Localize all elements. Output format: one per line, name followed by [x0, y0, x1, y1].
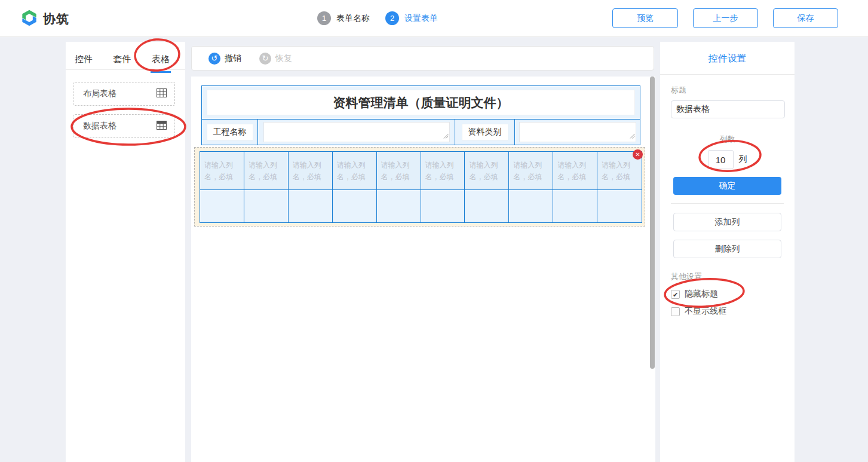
columns-count-label: 列数 — [660, 134, 795, 145]
resize-handle-icon — [443, 130, 449, 141]
table-cell — [421, 190, 465, 222]
app-header: 协筑 1 表单名称 2 设置表单 预览 上一步 保存 — [0, 0, 868, 37]
form-header-widget[interactable]: 资料管理清单（质量证明文件） 工程名称 — [201, 85, 640, 145]
data-table-icon — [157, 121, 167, 132]
data-table: 请输入列名，必填 请输入列名，必填 请输入列名，必填 请输入列名，必填 请输入列… — [200, 151, 642, 223]
logo-text: 协筑 — [43, 11, 69, 27]
field-cell-project-name-input — [257, 120, 455, 145]
column-name-input[interactable]: 请输入列名，必填 — [421, 152, 465, 190]
logo-icon — [20, 9, 38, 29]
library-item-layout-table[interactable]: 布局表格 — [73, 82, 175, 106]
tab-kits[interactable]: 套件 — [113, 54, 131, 73]
divider — [660, 74, 795, 75]
wizard-steps: 1 表单名称 2 设置表单 — [317, 11, 438, 25]
data-table-header-row: 请输入列名，必填 请输入列名，必填 请输入列名，必填 请输入列名，必填 请输入列… — [200, 152, 642, 190]
preview-button[interactable]: 预览 — [612, 8, 678, 28]
add-column-button[interactable]: 添加列 — [673, 213, 781, 231]
confirm-button[interactable]: 确定 — [673, 177, 781, 195]
doc-category-textarea[interactable] — [519, 122, 636, 142]
redo-label: 恢复 — [275, 53, 292, 64]
hide-title-label: 隐藏标题 — [685, 289, 718, 299]
undo-icon: ↺ — [208, 53, 220, 65]
step-1-number: 1 — [317, 11, 331, 25]
column-name-input[interactable]: 请输入列名，必填 — [465, 152, 509, 190]
project-name-textarea[interactable] — [263, 122, 450, 142]
settings-panel-title: 控件设置 — [660, 42, 795, 65]
canvas-toolbar: ↺ 撤销 ↻ 恢复 — [191, 46, 654, 71]
widget-library-panel: 控件 套件 表格 布局表格 数据表格 — [66, 42, 185, 462]
no-border-label: 不显示线框 — [685, 306, 726, 317]
field-cell-doc-category: 资料类别 — [455, 120, 514, 145]
column-name-input[interactable]: 请输入列名，必填 — [200, 152, 244, 190]
data-table-label: 数据表格 — [83, 121, 157, 131]
field-cell-project-name: 工程名称 — [202, 120, 257, 145]
field-cell-doc-category-input — [514, 120, 640, 145]
checkbox-checked-icon[interactable]: ✔ — [671, 290, 680, 299]
columns-unit-label: 列 — [739, 154, 747, 165]
column-name-input[interactable]: 请输入列名，必填 — [377, 152, 421, 190]
library-item-data-table[interactable]: 数据表格 — [73, 114, 175, 138]
column-name-input[interactable]: 请输入列名，必填 — [333, 152, 377, 190]
column-name-input[interactable]: 请输入列名，必填 — [244, 152, 289, 190]
column-name-input[interactable]: 请输入列名，必填 — [553, 152, 597, 190]
previous-step-button[interactable]: 上一步 — [693, 8, 758, 28]
tab-tables[interactable]: 表格 — [152, 54, 170, 73]
form-title-row: 资料管理清单（质量证明文件） — [202, 86, 640, 119]
step-form-name: 1 表单名称 — [317, 11, 370, 25]
form-canvas: 资料管理清单（质量证明文件） 工程名称 — [191, 77, 655, 462]
redo-icon: ↻ — [259, 53, 271, 65]
redo-button[interactable]: ↻ 恢复 — [259, 53, 292, 65]
table-cell — [377, 190, 421, 222]
doc-category-label[interactable]: 资料类别 — [462, 124, 508, 140]
layout-table-icon — [157, 88, 167, 100]
columns-count-input[interactable] — [708, 150, 734, 169]
table-cell — [597, 190, 642, 222]
undo-button[interactable]: ↺ 撤销 — [208, 53, 241, 65]
save-button[interactable]: 保存 — [773, 8, 838, 28]
layout-table-label: 布局表格 — [83, 88, 157, 99]
widget-title-input[interactable] — [671, 100, 785, 118]
form-builder-page: 协筑 1 表单名称 2 设置表单 预览 上一步 保存 控件 套件 表格 布局表格 — [0, 0, 868, 462]
step-form-setup: 2 设置表单 — [385, 11, 438, 25]
table-cell — [553, 190, 597, 222]
column-name-input[interactable]: 请输入列名，必填 — [289, 152, 333, 190]
app-logo[interactable]: 协筑 — [20, 9, 69, 29]
data-table-body-row — [200, 190, 642, 222]
divider — [671, 203, 784, 204]
resize-handle-icon — [630, 130, 635, 141]
tab-controls[interactable]: 控件 — [75, 54, 93, 73]
data-table-widget-selected[interactable]: ✕ 请输入列名，必填 请输入列名，必填 请输入列名，必填 请输入列名，必填 请输… — [194, 147, 645, 227]
library-tabs: 控件 套件 表格 — [66, 42, 185, 70]
form-title[interactable]: 资料管理清单（质量证明文件） — [207, 90, 635, 115]
hide-title-checkbox-row[interactable]: ✔ 隐藏标题 — [671, 289, 795, 299]
undo-label: 撤销 — [225, 53, 241, 64]
no-border-checkbox-row[interactable]: 不显示线框 — [671, 306, 795, 317]
checkbox-unchecked-icon[interactable] — [671, 307, 680, 316]
table-cell — [509, 190, 553, 222]
title-field-label: 标题 — [671, 85, 795, 96]
table-cell — [200, 190, 244, 222]
table-cell — [333, 190, 377, 222]
column-name-input[interactable]: 请输入列名，必填 — [509, 152, 553, 190]
form-fields-row: 工程名称 资料类别 — [202, 119, 640, 145]
delete-column-button[interactable]: 删除列 — [673, 240, 781, 258]
table-cell — [289, 190, 333, 222]
columns-count-row: 列 — [660, 150, 795, 169]
other-settings-label: 其他设置 — [671, 271, 795, 282]
table-cell — [465, 190, 509, 222]
widget-settings-panel: 控件设置 标题 列数 列 确定 添加列 删除列 其他设置 ✔ 隐藏标题 不显示线… — [660, 42, 795, 462]
delete-widget-button[interactable]: ✕ — [633, 149, 643, 160]
step-1-label: 表单名称 — [336, 13, 370, 24]
table-cell — [244, 190, 289, 222]
step-2-label: 设置表单 — [404, 13, 438, 24]
step-2-number: 2 — [385, 11, 399, 25]
project-name-label[interactable]: 工程名称 — [207, 124, 253, 140]
canvas-scrollbar[interactable] — [650, 77, 655, 369]
